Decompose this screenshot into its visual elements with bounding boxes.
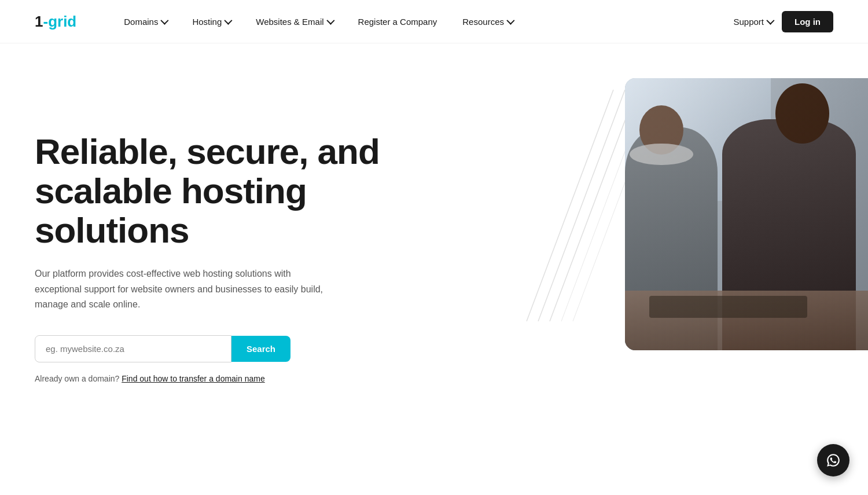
chevron-down-icon <box>766 17 774 25</box>
domain-search-bar: Search <box>35 335 382 362</box>
hero-title: Reliable, secure, and scalable hosting s… <box>35 132 382 251</box>
nav-item-support[interactable]: Support <box>733 17 773 27</box>
nav-item-domains[interactable]: Domains <box>111 12 179 31</box>
nav-item-resources[interactable]: Resources <box>450 12 525 31</box>
hero-photo <box>625 78 868 350</box>
hero-subtitle: Our platform provides cost-effective web… <box>35 266 336 312</box>
domain-search-input[interactable] <box>35 335 231 362</box>
search-button[interactable]: Search <box>231 336 290 362</box>
chat-icon <box>826 453 841 460</box>
nav-item-websites-email[interactable]: Websites & Email <box>243 12 345 31</box>
chevron-down-icon <box>161 17 169 25</box>
domain-transfer-text: Already own a domain? Find out how to tr… <box>35 374 382 383</box>
navbar: 1-grid Domains Hosting Websites & Email … <box>0 0 868 43</box>
logo-grid: -grid <box>43 13 76 30</box>
svg-line-2 <box>550 90 637 321</box>
nav-links: Domains Hosting Websites & Email Registe… <box>111 12 733 31</box>
hero-content: Reliable, secure, and scalable hosting s… <box>35 132 382 384</box>
domain-transfer-link[interactable]: Find out how to transfer a domain name <box>122 374 264 383</box>
nav-right: Support Log in <box>733 11 833 32</box>
chevron-down-icon <box>225 17 233 25</box>
logo[interactable]: 1-grid <box>35 13 76 31</box>
hero-section: Reliable, secure, and scalable hosting s… <box>0 43 868 460</box>
chevron-down-icon <box>506 17 514 25</box>
nav-item-register-company[interactable]: Register a Company <box>345 12 450 31</box>
chevron-down-icon <box>326 17 334 25</box>
login-button[interactable]: Log in <box>782 11 833 32</box>
svg-line-0 <box>527 90 613 321</box>
hero-image <box>625 78 868 350</box>
nav-item-hosting[interactable]: Hosting <box>179 12 243 31</box>
logo-one: 1 <box>35 13 43 30</box>
svg-line-1 <box>538 90 625 321</box>
